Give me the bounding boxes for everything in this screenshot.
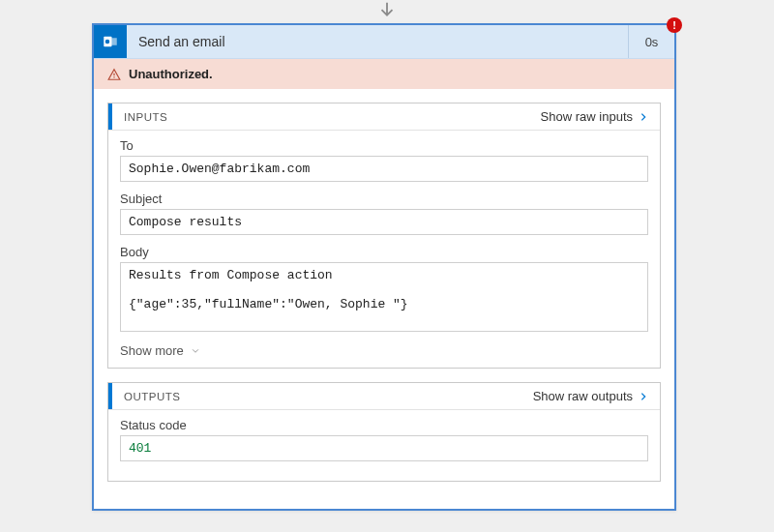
field-to: To Sophie.Owen@fabrikam.com [120, 138, 648, 182]
outputs-header: OUTPUTS Show raw outputs [108, 383, 660, 410]
inputs-header: INPUTS Show raw inputs [108, 103, 660, 131]
field-body-value[interactable]: Results from Compose action {"age":35,"f… [120, 262, 648, 332]
action-duration: 0s [628, 25, 674, 58]
flow-arrow-icon [376, 0, 398, 21]
warning-icon [107, 68, 121, 81]
show-more-label: Show more [120, 343, 184, 358]
field-to-value[interactable]: Sophie.Owen@fabrikam.com [120, 156, 648, 182]
show-raw-outputs-label: Show raw outputs [533, 389, 633, 403]
field-status: Status code 401 [120, 418, 648, 461]
show-raw-outputs-link[interactable]: Show raw outputs [533, 389, 648, 403]
field-body: Body Results from Compose action {"age":… [120, 245, 648, 332]
outputs-body: Status code 401 [108, 410, 660, 481]
error-badge-icon: ! [667, 17, 682, 33]
chevron-right-icon [639, 390, 648, 403]
inputs-title: INPUTS [118, 111, 167, 123]
show-raw-inputs-label: Show raw inputs [541, 109, 633, 124]
action-card: Send an email 0s ! Unauthorized. INPUTS … [92, 23, 676, 511]
svg-point-2 [105, 40, 110, 44]
action-body: INPUTS Show raw inputs To Sophie.Owen@fa… [94, 89, 674, 509]
chevron-down-icon [190, 346, 201, 356]
action-header[interactable]: Send an email 0s ! [94, 25, 674, 59]
svg-rect-1 [109, 38, 117, 45]
field-body-label: Body [120, 245, 648, 259]
action-title: Send an email [127, 25, 628, 58]
error-banner: Unauthorized. [94, 59, 674, 89]
inputs-body: To Sophie.Owen@fabrikam.com Subject Comp… [108, 131, 660, 368]
field-status-value[interactable]: 401 [120, 435, 648, 461]
field-subject: Subject Compose results [120, 192, 648, 235]
field-subject-value[interactable]: Compose results [120, 209, 648, 235]
outlook-icon [94, 25, 127, 58]
show-more-link[interactable]: Show more [120, 341, 648, 358]
field-status-label: Status code [120, 418, 648, 432]
inputs-section: INPUTS Show raw inputs To Sophie.Owen@fa… [107, 103, 661, 369]
show-raw-inputs-link[interactable]: Show raw inputs [541, 109, 648, 124]
outputs-title: OUTPUTS [118, 391, 180, 402]
chevron-right-icon [639, 110, 648, 124]
outputs-section: OUTPUTS Show raw outputs Status code 401 [107, 382, 661, 482]
field-to-label: To [120, 138, 648, 153]
field-subject-label: Subject [120, 192, 648, 206]
error-message: Unauthorized. [129, 67, 213, 81]
